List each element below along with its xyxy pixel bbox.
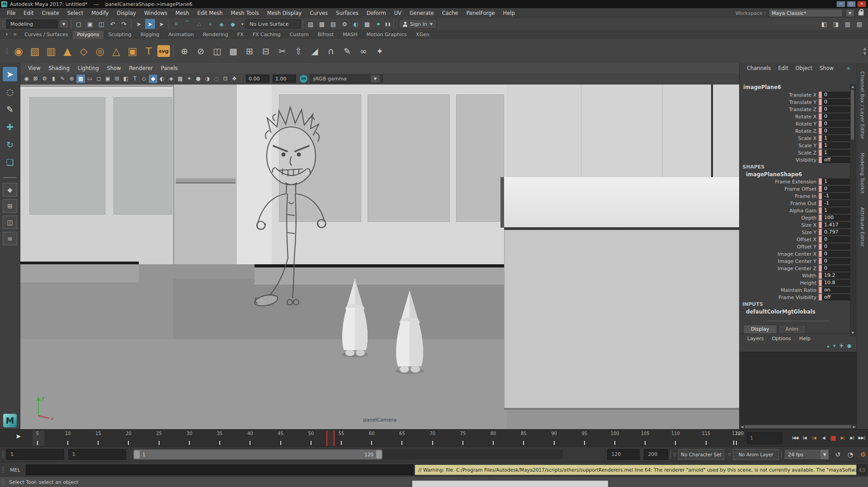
channel-label[interactable]: Size X [740,222,819,228]
key-icon[interactable]: ✳ [846,66,857,71]
channel-value-field[interactable]: on [822,287,850,293]
subdivide-icon[interactable]: ⊞ [242,43,257,59]
channel-value-field[interactable]: 0 [822,121,850,127]
channel-value-field[interactable]: 0 [822,128,850,134]
toolbar-grip[interactable] [2,20,5,28]
display-textures-icon[interactable]: T [131,75,139,83]
close-button[interactable]: ✕ [857,1,866,7]
channel-value-field[interactable]: 1 [822,178,850,185]
create-layer-from-selected-icon[interactable]: ● [847,343,851,351]
menu-set-arrow-icon[interactable]: ▼ [59,19,69,28]
menu-item[interactable]: UV [390,10,406,16]
step-forward-frame-button[interactable]: ▶| [847,431,857,444]
zoom-region-icon[interactable]: ⊕ [67,75,76,83]
loop-icon[interactable]: ↺ [833,451,843,458]
auto-keyframe-icon[interactable]: ◔ [845,451,855,458]
viewport-menu-item[interactable]: Renderer [125,65,157,71]
shelf-tab[interactable]: Rigging [136,31,164,39]
channel-value-field[interactable]: 0.797 [822,229,850,235]
counter-front-left[interactable] [20,264,139,282]
channel-box-menu-item[interactable]: Show [816,65,837,71]
shelf-tab[interactable]: XGen [411,31,434,39]
anim-layer-menu-icon[interactable]: ▽ [728,452,731,457]
channel-label[interactable]: Scale X [740,136,819,141]
toggle-modeling-toolkit-icon[interactable]: ▤ [854,19,864,29]
layer-editor-tab[interactable]: Display [743,325,777,333]
select-component-icon[interactable]: ➤ [156,19,166,29]
menu-item[interactable]: Mesh [171,10,193,16]
render-settings-icon[interactable]: ⚙ [340,19,349,29]
menu-item[interactable]: Surfaces [332,10,363,16]
paint-select-tool[interactable]: ✎ [3,102,17,117]
channel-label[interactable]: Image Center X [740,251,819,257]
play-backwards-button[interactable]: ◀ [819,431,828,444]
snap-to-view-plane-icon[interactable]: ◆ [228,19,238,29]
channel-label[interactable]: Width [740,273,819,279]
side-panel-tab[interactable]: Attribute Editor [860,207,865,247]
film-gate-icon[interactable]: ▭ [85,75,94,83]
wall-left-panel[interactable] [29,97,105,215]
channel-box-menu-item[interactable]: Object [792,65,816,71]
channel-value-field[interactable]: off [822,294,850,300]
corridor-rail[interactable] [176,178,236,183]
maximize-button[interactable]: ▢ [847,1,856,7]
floor-front[interactable] [20,339,507,429]
channel-value-field[interactable]: 1 [822,135,850,141]
resolution-gate-icon[interactable]: ◻ [94,75,103,83]
rgb-channels-icon[interactable]: ◧ [122,75,130,83]
menu-item[interactable]: Generate [406,10,438,16]
grease-pencil-icon[interactable]: ✎ [58,75,67,83]
shelf-scroll-down-icon[interactable]: ▼ [863,52,866,56]
panel-splitter[interactable] [767,315,830,321]
channel-box-input-node-name[interactable]: defaultColorMgtGlobals [740,308,857,315]
cmdline-grip[interactable] [2,466,5,473]
viewport-menu-item[interactable]: Show [103,65,125,71]
lock-camera-icon[interactable]: ⊠ [31,75,40,83]
viewport-menu-item[interactable]: Shading [44,65,74,71]
shelf-tab[interactable]: MASH [338,31,362,39]
toggle-tool-settings-icon[interactable]: ◧ [819,19,829,29]
channel-box-shape-node-name[interactable]: imagePlaneShape6 [740,171,857,178]
move-layer-down-icon[interactable]: ▾ [833,343,836,351]
poly-torus-icon[interactable]: ◎ [92,43,108,59]
channel-label[interactable]: Image Center Y [740,258,819,264]
channel-value-field[interactable]: 0 [822,258,850,264]
channel-value-field[interactable]: 1 [822,142,850,149]
playback-end-field[interactable]: 120 [607,449,640,460]
live-surface-field[interactable]: No Live Surface [245,19,301,28]
layer-editor-menu-item[interactable]: Help [795,336,815,342]
new-scene-icon[interactable]: ▢ [74,19,84,29]
two-pane-layout-button[interactable]: ◫ [3,215,17,229]
snap-to-projected-center-icon[interactable]: ∘ [205,19,215,29]
redo-icon[interactable]: ↷ [119,19,129,29]
occlusion-icon[interactable]: ◑ [203,75,212,83]
camera-attributes-icon[interactable]: ⚙ [40,75,49,83]
gnome-model[interactable] [337,279,373,358]
poly-cylinder-icon[interactable]: ▥ [43,43,59,59]
channel-label[interactable]: Rotate Y [740,121,819,127]
layer-scrollbar[interactable]: ◀ ▶ [740,424,857,429]
open-scene-icon[interactable]: ▣ [85,19,95,29]
channel-value-field[interactable]: 0 [822,244,850,250]
wall-center-panel[interactable] [368,94,450,222]
stop-button[interactable]: ■ [828,431,838,444]
menu-item[interactable]: Select [63,10,87,16]
viewport-menu-item[interactable]: Panels [157,65,182,71]
render-setup-icon[interactable]: ▩ [362,19,372,29]
workspace-lock-icon[interactable] [859,11,863,15]
range-start-handle[interactable] [134,450,140,459]
ipr-render-icon[interactable]: ▤ [328,19,338,29]
scrollbar-thumb[interactable] [851,90,854,140]
checkered-icon[interactable]: ▩ [176,75,184,83]
channel-value-field[interactable]: 1 [822,207,850,214]
select-hierarchy-icon[interactable]: ➤ [134,19,144,29]
undo-icon[interactable]: ↶ [108,19,118,29]
sketch-character-image-plane[interactable] [243,101,339,313]
gate-mask-icon[interactable]: ▣ [104,75,112,83]
smooth-icon[interactable]: ▩ [226,43,241,59]
channel-label[interactable]: Translate Y [740,99,819,105]
warning-message[interactable]: // Warning: file: C:/Program Files/Autod… [415,465,856,475]
box-top[interactable] [504,177,739,228]
make-live-icon[interactable]: ◈ [217,19,226,29]
menu-item[interactable]: Display [113,10,140,16]
